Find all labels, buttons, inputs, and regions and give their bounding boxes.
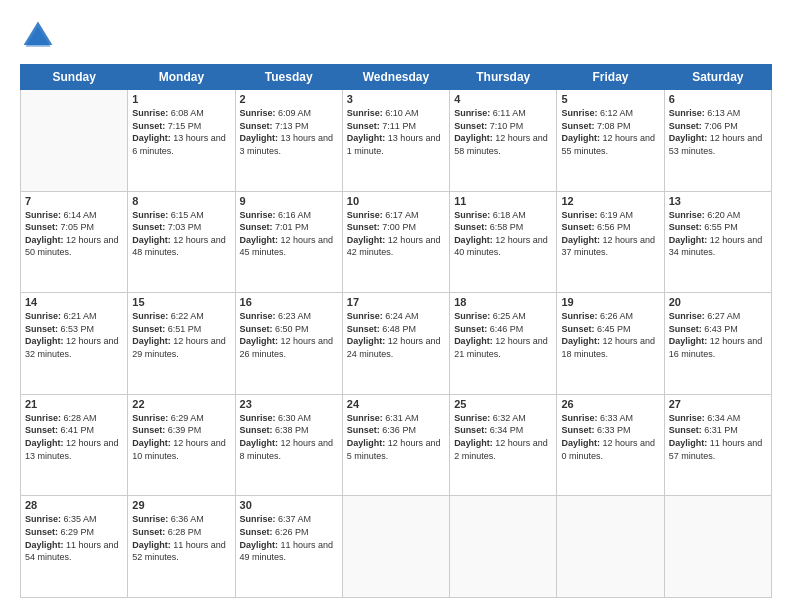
sunrise-label: Sunrise: 6:23 AM — [240, 311, 312, 321]
calendar-week-row: 14Sunrise: 6:21 AMSunset: 6:53 PMDayligh… — [21, 293, 772, 395]
sunset-label: Sunset: 6:50 PM — [240, 324, 309, 334]
day-info: Sunrise: 6:20 AMSunset: 6:55 PMDaylight:… — [669, 209, 767, 259]
sunset-label: Sunset: 6:39 PM — [132, 425, 201, 435]
calendar-day-cell: 8Sunrise: 6:15 AMSunset: 7:03 PMDaylight… — [128, 191, 235, 293]
day-number: 25 — [454, 398, 552, 410]
sunset-label: Sunset: 6:46 PM — [454, 324, 523, 334]
daylight-label: Daylight: 12 hours and 37 minutes. — [561, 235, 655, 258]
calendar-day-cell: 6Sunrise: 6:13 AMSunset: 7:06 PMDaylight… — [664, 90, 771, 192]
daylight-label: Daylight: 12 hours and 10 minutes. — [132, 438, 226, 461]
sunrise-label: Sunrise: 6:21 AM — [25, 311, 97, 321]
calendar-day-cell: 18Sunrise: 6:25 AMSunset: 6:46 PMDayligh… — [450, 293, 557, 395]
day-number: 2 — [240, 93, 338, 105]
day-info: Sunrise: 6:28 AMSunset: 6:41 PMDaylight:… — [25, 412, 123, 462]
calendar-day-cell: 11Sunrise: 6:18 AMSunset: 6:58 PMDayligh… — [450, 191, 557, 293]
sunset-label: Sunset: 6:28 PM — [132, 527, 201, 537]
day-info: Sunrise: 6:13 AMSunset: 7:06 PMDaylight:… — [669, 107, 767, 157]
daylight-label: Daylight: 12 hours and 45 minutes. — [240, 235, 334, 258]
sunrise-label: Sunrise: 6:29 AM — [132, 413, 204, 423]
day-number: 19 — [561, 296, 659, 308]
sunset-label: Sunset: 6:41 PM — [25, 425, 94, 435]
calendar-day-cell — [21, 90, 128, 192]
calendar-day-cell: 24Sunrise: 6:31 AMSunset: 6:36 PMDayligh… — [342, 394, 449, 496]
day-info: Sunrise: 6:09 AMSunset: 7:13 PMDaylight:… — [240, 107, 338, 157]
sunrise-label: Sunrise: 6:35 AM — [25, 514, 97, 524]
sunrise-label: Sunrise: 6:08 AM — [132, 108, 204, 118]
daylight-label: Daylight: 12 hours and 8 minutes. — [240, 438, 334, 461]
day-info: Sunrise: 6:35 AMSunset: 6:29 PMDaylight:… — [25, 513, 123, 563]
day-number: 4 — [454, 93, 552, 105]
calendar-day-cell — [664, 496, 771, 598]
calendar-day-cell: 20Sunrise: 6:27 AMSunset: 6:43 PMDayligh… — [664, 293, 771, 395]
calendar-day-header: Saturday — [664, 65, 771, 90]
calendar-week-row: 28Sunrise: 6:35 AMSunset: 6:29 PMDayligh… — [21, 496, 772, 598]
sunset-label: Sunset: 6:29 PM — [25, 527, 94, 537]
page: SundayMondayTuesdayWednesdayThursdayFrid… — [0, 0, 792, 612]
daylight-label: Daylight: 12 hours and 40 minutes. — [454, 235, 548, 258]
sunrise-label: Sunrise: 6:17 AM — [347, 210, 419, 220]
sunrise-label: Sunrise: 6:24 AM — [347, 311, 419, 321]
day-number: 21 — [25, 398, 123, 410]
sunset-label: Sunset: 6:38 PM — [240, 425, 309, 435]
sunrise-label: Sunrise: 6:25 AM — [454, 311, 526, 321]
sunrise-label: Sunrise: 6:20 AM — [669, 210, 741, 220]
day-info: Sunrise: 6:31 AMSunset: 6:36 PMDaylight:… — [347, 412, 445, 462]
daylight-label: Daylight: 12 hours and 34 minutes. — [669, 235, 763, 258]
day-number: 6 — [669, 93, 767, 105]
day-number: 27 — [669, 398, 767, 410]
daylight-label: Daylight: 12 hours and 32 minutes. — [25, 336, 119, 359]
sunrise-label: Sunrise: 6:27 AM — [669, 311, 741, 321]
daylight-label: Daylight: 11 hours and 49 minutes. — [240, 540, 334, 563]
calendar-day-cell: 15Sunrise: 6:22 AMSunset: 6:51 PMDayligh… — [128, 293, 235, 395]
sunset-label: Sunset: 7:00 PM — [347, 222, 416, 232]
sunset-label: Sunset: 6:53 PM — [25, 324, 94, 334]
sunset-label: Sunset: 6:55 PM — [669, 222, 738, 232]
sunrise-label: Sunrise: 6:14 AM — [25, 210, 97, 220]
sunset-label: Sunset: 7:08 PM — [561, 121, 630, 131]
calendar-day-cell: 13Sunrise: 6:20 AMSunset: 6:55 PMDayligh… — [664, 191, 771, 293]
day-number: 5 — [561, 93, 659, 105]
calendar-day-cell: 12Sunrise: 6:19 AMSunset: 6:56 PMDayligh… — [557, 191, 664, 293]
sunrise-label: Sunrise: 6:16 AM — [240, 210, 312, 220]
sunset-label: Sunset: 7:05 PM — [25, 222, 94, 232]
calendar-day-cell — [557, 496, 664, 598]
day-info: Sunrise: 6:33 AMSunset: 6:33 PMDaylight:… — [561, 412, 659, 462]
calendar-day-cell: 7Sunrise: 6:14 AMSunset: 7:05 PMDaylight… — [21, 191, 128, 293]
calendar-day-cell: 9Sunrise: 6:16 AMSunset: 7:01 PMDaylight… — [235, 191, 342, 293]
calendar-day-cell: 16Sunrise: 6:23 AMSunset: 6:50 PMDayligh… — [235, 293, 342, 395]
day-info: Sunrise: 6:14 AMSunset: 7:05 PMDaylight:… — [25, 209, 123, 259]
calendar-day-cell: 26Sunrise: 6:33 AMSunset: 6:33 PMDayligh… — [557, 394, 664, 496]
calendar-week-row: 1Sunrise: 6:08 AMSunset: 7:15 PMDaylight… — [21, 90, 772, 192]
sunrise-label: Sunrise: 6:09 AM — [240, 108, 312, 118]
calendar-day-cell: 14Sunrise: 6:21 AMSunset: 6:53 PMDayligh… — [21, 293, 128, 395]
daylight-label: Daylight: 12 hours and 2 minutes. — [454, 438, 548, 461]
daylight-label: Daylight: 12 hours and 29 minutes. — [132, 336, 226, 359]
daylight-label: Daylight: 12 hours and 5 minutes. — [347, 438, 441, 461]
day-info: Sunrise: 6:15 AMSunset: 7:03 PMDaylight:… — [132, 209, 230, 259]
daylight-label: Daylight: 12 hours and 50 minutes. — [25, 235, 119, 258]
calendar-day-cell: 2Sunrise: 6:09 AMSunset: 7:13 PMDaylight… — [235, 90, 342, 192]
day-info: Sunrise: 6:11 AMSunset: 7:10 PMDaylight:… — [454, 107, 552, 157]
calendar-day-cell: 29Sunrise: 6:36 AMSunset: 6:28 PMDayligh… — [128, 496, 235, 598]
day-number: 9 — [240, 195, 338, 207]
day-number: 11 — [454, 195, 552, 207]
calendar-day-header: Wednesday — [342, 65, 449, 90]
calendar-day-cell: 30Sunrise: 6:37 AMSunset: 6:26 PMDayligh… — [235, 496, 342, 598]
day-number: 1 — [132, 93, 230, 105]
day-number: 26 — [561, 398, 659, 410]
day-info: Sunrise: 6:21 AMSunset: 6:53 PMDaylight:… — [25, 310, 123, 360]
day-number: 10 — [347, 195, 445, 207]
daylight-label: Daylight: 12 hours and 16 minutes. — [669, 336, 763, 359]
header — [20, 18, 772, 54]
day-info: Sunrise: 6:23 AMSunset: 6:50 PMDaylight:… — [240, 310, 338, 360]
sunset-label: Sunset: 7:11 PM — [347, 121, 416, 131]
daylight-label: Daylight: 12 hours and 53 minutes. — [669, 133, 763, 156]
day-number: 20 — [669, 296, 767, 308]
day-info: Sunrise: 6:24 AMSunset: 6:48 PMDaylight:… — [347, 310, 445, 360]
sunrise-label: Sunrise: 6:15 AM — [132, 210, 204, 220]
daylight-label: Daylight: 11 hours and 57 minutes. — [669, 438, 763, 461]
calendar-day-header: Tuesday — [235, 65, 342, 90]
daylight-label: Daylight: 12 hours and 48 minutes. — [132, 235, 226, 258]
day-info: Sunrise: 6:22 AMSunset: 6:51 PMDaylight:… — [132, 310, 230, 360]
calendar-day-cell: 28Sunrise: 6:35 AMSunset: 6:29 PMDayligh… — [21, 496, 128, 598]
